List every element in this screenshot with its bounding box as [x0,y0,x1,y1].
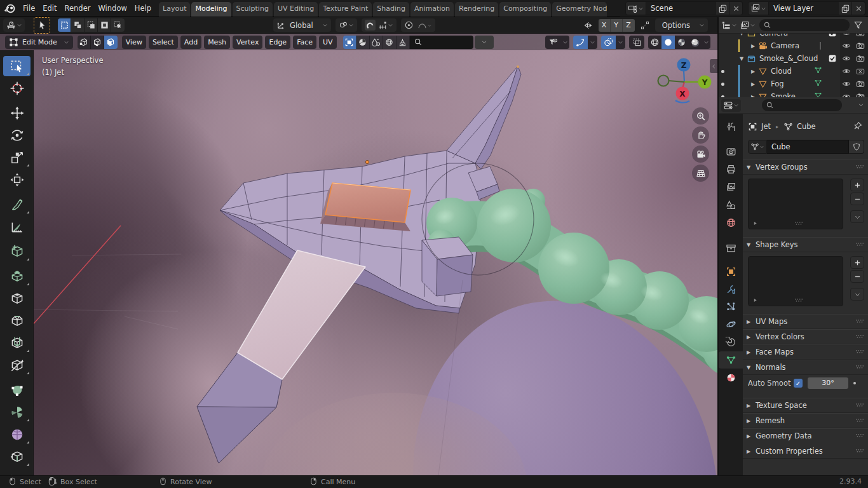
list-specials-dropdown[interactable] [850,210,864,223]
select-mode-invert-button[interactable] [98,18,111,32]
tool-move[interactable] [3,103,31,123]
overlays-chevron[interactable] [616,36,625,49]
panel-header-custom-properties[interactable]: ▶Custom Properties [743,444,868,459]
expander-right-icon[interactable]: ▶ [749,43,757,49]
snap-magnet-toggle[interactable] [365,20,376,30]
list-expand-arrow[interactable] [752,297,758,304]
camera-object-icon[interactable] [758,41,768,51]
outliner-row-camera[interactable]: ▼Camera [719,34,868,39]
material-shading-button[interactable] [675,36,688,49]
viewport-menu-vertex[interactable]: Vertex [233,36,262,49]
transform-orientation-dropdown[interactable]: Global [273,18,331,32]
render-properties-tab[interactable] [719,143,743,160]
properties-options-chevron[interactable] [858,101,864,110]
workspace-tab-compositing[interactable]: Compositing [499,2,551,17]
workspace-tab-texture-paint[interactable]: Texture Paint [319,2,372,17]
outliner-row-fog[interactable]: ▶Fog [719,78,868,90]
properties-editor-type-button[interactable] [721,99,741,112]
edge-select-button[interactable] [91,36,104,49]
output-properties-tab[interactable] [719,161,743,178]
tool-transform[interactable] [3,170,31,190]
collection-icon[interactable] [747,34,756,38]
panel-header-vertex-groups[interactable]: ▼Vertex Groups [743,159,868,175]
navigation-gizmo[interactable]: ZYX [651,51,714,112]
fluid-droplet-button[interactable] [370,36,383,49]
shading-chevron[interactable] [702,36,710,49]
viewport-menu-edge[interactable]: Edge [265,36,290,49]
remove-item-button[interactable] [850,270,864,283]
collection-properties-tab[interactable] [719,240,743,257]
viewport-menu-face[interactable]: Face [293,36,316,49]
mirror-z-toggle[interactable]: Z [623,19,635,32]
material-properties-tab[interactable] [719,369,743,386]
physics-properties-tab[interactable] [719,316,743,333]
workspace-tab-uv-editing[interactable]: UV Editing [274,2,318,17]
panel-header-uv-maps[interactable]: ▶UV Maps [743,314,868,329]
animate-decorator-dot[interactable] [853,382,856,384]
tool-knife[interactable] [3,355,31,376]
mesh-data-icon[interactable] [814,92,822,97]
menubar-item-window[interactable]: Window [94,1,130,16]
auto-smooth-checkbox[interactable]: ✓ [794,379,803,388]
new-scene-button[interactable] [716,1,729,15]
shading-sphere-button[interactable] [356,36,370,49]
auto-smooth-angle-slider[interactable]: 30° [808,377,848,389]
expander-down-icon[interactable]: ▼ [738,34,745,36]
3d-viewport[interactable]: Edit ModeViewSelectAddMeshVertexEdgeFace… [0,34,718,475]
object-type-visibility-dropdown[interactable] [545,36,560,49]
view-layer-name-field[interactable]: View Layer [769,1,839,15]
panel-header-face-maps[interactable]: ▶Face Maps [743,344,868,360]
mesh-object-icon[interactable] [758,92,768,98]
menubar-item-file[interactable]: File [19,1,39,16]
menubar-item-edit[interactable]: Edit [39,1,60,16]
menubar-item-help[interactable]: Help [131,1,155,16]
tool-rotate[interactable] [3,125,31,146]
workspace-tab-layout[interactable]: Layout [159,2,190,17]
view-layer-properties-tab[interactable] [719,179,743,196]
workspace-tab-shading[interactable]: Shading [373,2,409,17]
face-select-button[interactable] [104,36,118,49]
mesh-datablock-browse-button[interactable] [748,140,767,154]
properties-search-input[interactable] [762,99,842,111]
checkbox-toggle[interactable] [826,34,839,37]
workspace-tab-rendering[interactable]: Rendering [455,2,498,17]
expander-right-icon[interactable]: ▶ [749,69,757,74]
workspace-tab-geometry-nod[interactable]: Geometry Nod [552,2,607,17]
vertex-select-button[interactable] [78,36,91,49]
tool-inset-faces[interactable] [3,288,31,309]
unlink-scene-button[interactable] [729,1,743,15]
select-mode-intersect-button[interactable] [111,18,125,32]
menubar-item-render[interactable]: Render [61,1,95,16]
outliner-funnel-filter-button[interactable] [853,20,863,30]
checkbox-toggle[interactable] [826,54,839,63]
camera-toggle[interactable] [854,79,867,88]
workspace-tab-sculpting[interactable]: Sculpting [233,2,273,17]
unlink-view-layer-button[interactable] [852,1,865,15]
viewport-menu-add[interactable]: Add [180,36,201,49]
select-mode-extend-button[interactable] [71,18,85,32]
tool-options-dropdown[interactable]: Options [655,18,708,32]
mode-selector-dropdown[interactable]: Edit Mode [5,36,73,49]
mirror-x-toggle[interactable]: X [599,19,611,32]
mesh-name-field[interactable]: Cube [767,140,849,154]
tool-loop-cut[interactable] [3,333,31,353]
mesh-data-icon[interactable] [814,79,822,89]
outliner-row-smoke-cloud[interactable]: ▼Smoke_&_Cloud [719,52,868,65]
tool-smooth[interactable] [3,424,31,445]
pin-icon-button[interactable] [853,121,863,133]
object-data-properties-tab[interactable] [719,351,743,369]
scene-properties-tab[interactable] [719,196,743,214]
eye-toggle[interactable] [840,92,853,97]
view-layer-browse-button[interactable] [748,1,769,15]
mesh-data-icon[interactable] [814,66,822,76]
tool-spin[interactable] [3,402,31,423]
add-item-button[interactable] [850,179,864,191]
wireframe-shading-button[interactable] [648,36,661,49]
panel-header-remesh[interactable]: ▶Remesh [743,413,868,428]
mesh-object-icon[interactable] [758,67,768,76]
add-item-button[interactable] [850,256,864,269]
tool-add-cube[interactable] [3,241,31,262]
viewport-menu-mesh[interactable]: Mesh [204,36,230,49]
show-gizmos-toggle[interactable] [573,36,588,49]
solid-shading-button[interactable] [661,36,675,49]
